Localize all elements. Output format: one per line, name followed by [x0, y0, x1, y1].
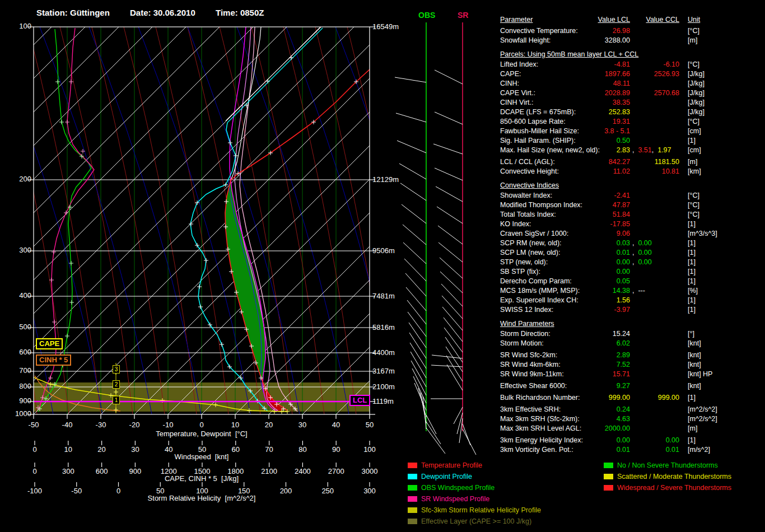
- value-ccl: -6.10: [664, 60, 680, 68]
- unit-label: [J/kg]: [688, 98, 705, 108]
- value-lcl: 0.03: [617, 239, 630, 247]
- table-row: Storm Direction:15.24[°]: [500, 329, 764, 339]
- wind-barb-panels: [395, 22, 476, 455]
- table-row: Sig. Hail Param. (SHIP):0.50[1]: [500, 136, 764, 146]
- value-lcl: 9.27: [617, 382, 630, 390]
- table-row: SB STP (fix):0.00[1]: [500, 267, 764, 277]
- value-extra: , ---: [632, 286, 645, 296]
- pressure-tick-label: 900: [10, 397, 31, 405]
- cape-axis-title: CAPE, CINH * 5 [J/kg]: [165, 475, 239, 483]
- unit-label: [m]: [688, 36, 697, 45]
- value-ccl: 2526.93: [654, 70, 679, 78]
- table-row: Max 3km SRH (Sfc-2km):4.63[m^2/s^2]: [500, 414, 764, 424]
- cinh-curve-label: CINH * 5: [36, 354, 71, 366]
- temp-axis-tick-label: 50: [353, 421, 386, 429]
- value-lcl: 2028.89: [605, 89, 630, 97]
- lcl-level-label: LCL: [349, 395, 370, 406]
- table-row: CAPE:1897.662526.93[J/kg]: [500, 69, 764, 79]
- pressure-tick-label: 400: [10, 292, 31, 300]
- value-lcl: 2.83: [617, 146, 630, 154]
- table-row: Convective Temperature:26.98[°C]: [500, 26, 764, 36]
- table-row: Modified Thompson Index:47.87[°C]: [500, 200, 764, 210]
- wind-axis-tick-label: 100: [353, 446, 386, 454]
- table-row: SR Wind 4km-6km:7.52[knt]: [500, 360, 764, 370]
- legend-label: Dewpoint Profile: [421, 473, 472, 480]
- legend-label: Widespread / Severe Thunderstorms: [617, 484, 731, 491]
- table-row: Craven SigSvr / 1000:9.06[m^3/s^3]: [500, 229, 764, 239]
- table-header-row: ParameterValue LCLValue CCLUnit: [500, 15, 764, 26]
- value-lcl: 2.89: [617, 351, 630, 359]
- legend-swatch: [408, 519, 417, 524]
- value-lcl: 252.83: [609, 108, 630, 116]
- table-section-header: Wind Parameters: [500, 319, 764, 329]
- value-lcl: 0.01: [617, 249, 630, 256]
- table-section-header: Parcels: Using 50mB mean layer LCL + CCL: [500, 49, 764, 60]
- table-row: 3km Vorticity Gen. Pot.:0.010.01[m/s^2]: [500, 445, 764, 455]
- unit-label: [°]: [688, 329, 694, 339]
- table-section-header: Convective Indices: [500, 180, 764, 191]
- value-lcl: -17.85: [610, 220, 630, 228]
- unit-label: [knt]: [688, 360, 701, 370]
- srh-axis-tick-label: 250: [311, 487, 344, 495]
- table-row: Snowfall Height:3288.00[m]: [500, 36, 764, 45]
- cape-curve-label: CAPE: [36, 338, 63, 349]
- srh-km-marker: 3: [113, 365, 120, 374]
- pressure-tick-label: 600: [10, 348, 31, 356]
- pressure-tick-label: 700: [10, 367, 31, 375]
- unit-label: [m^2/s^2]: [688, 414, 717, 424]
- unit-label: [1]: [688, 267, 696, 277]
- unit-label: [m]: [688, 424, 697, 433]
- temp-axis-tick-label: -20: [118, 421, 151, 429]
- legend-swatch: [408, 496, 417, 502]
- table-row: SR Wind Sfc-2km:2.89[knt]: [500, 351, 764, 360]
- value-lcl: 7.52: [617, 361, 630, 368]
- value-lcl: 1.56: [617, 296, 630, 304]
- unit-label: [°C]: [688, 191, 699, 200]
- wind-axis-tick-label: 80: [286, 446, 319, 454]
- temp-axis-tick-label: 20: [252, 421, 286, 429]
- unit-label: [1]: [688, 436, 696, 445]
- value-lcl: 1897.66: [605, 70, 630, 78]
- value-lcl: 9.06: [617, 230, 630, 237]
- value-extra: , 0.00: [632, 248, 652, 258]
- value-lcl: 6.02: [617, 339, 630, 347]
- temp-axis-title: Temperature, Dewpoint [°C]: [156, 430, 247, 438]
- table-row: Showalter Index:-2.41[°C]: [500, 191, 764, 200]
- value-lcl: 3288.00: [605, 36, 630, 44]
- value-ccl: 10.81: [662, 167, 679, 175]
- unit-label: [cm]: [688, 127, 701, 136]
- table-row: Total Totals Index:51.84[°C]: [500, 210, 764, 220]
- value-ccl: 0.01: [666, 446, 679, 454]
- unit-label: [J/kg]: [688, 69, 705, 79]
- value-lcl: 0.50: [617, 137, 630, 144]
- value-lcl: 48.11: [613, 80, 630, 87]
- time-title: Time: 0850Z: [216, 8, 264, 17]
- wind-axis-tick-label: 0: [18, 446, 52, 454]
- value-lcl: -3.97: [614, 306, 631, 314]
- cape-axis-tick-label: 900: [118, 468, 152, 475]
- value-lcl: 26.98: [613, 27, 630, 35]
- wind-axis-tick-label: 90: [319, 446, 353, 454]
- col-value-lcl: Value LCL: [598, 16, 630, 24]
- cape-axis-tick-label: 300: [52, 468, 85, 475]
- temp-axis-tick-label: -50: [17, 421, 50, 429]
- cape-axis-tick-label: 3000: [353, 468, 386, 475]
- unit-label: [knt]: [688, 351, 701, 360]
- value-lcl: 15.71: [613, 370, 630, 378]
- value-extra: , 0.00: [632, 258, 652, 267]
- altitude-tick-label: 2100m: [372, 383, 395, 391]
- legend-swatch: [408, 463, 417, 468]
- legend-label: Scattered / Moderate Thunderstorms: [617, 473, 731, 480]
- altitude-tick-label: 9506m: [372, 247, 395, 255]
- srh-km-marker: 2: [113, 380, 120, 389]
- obs-wind-column-label: OBS: [418, 11, 435, 20]
- legend-swatch: [408, 485, 417, 491]
- unit-label: [°C]: [688, 117, 699, 127]
- pressure-tick-label: 1000: [10, 410, 31, 418]
- value-lcl: 14.38: [613, 287, 630, 295]
- table-row: Effective Shear 6000:9.27[knt]: [500, 381, 764, 391]
- table-row: Convective Height:11.0210.81[km]: [500, 167, 764, 176]
- value-lcl: 999.00: [609, 394, 630, 402]
- value-lcl: 0.00: [617, 436, 630, 444]
- date-title: Date: 30.06.2010: [130, 8, 195, 17]
